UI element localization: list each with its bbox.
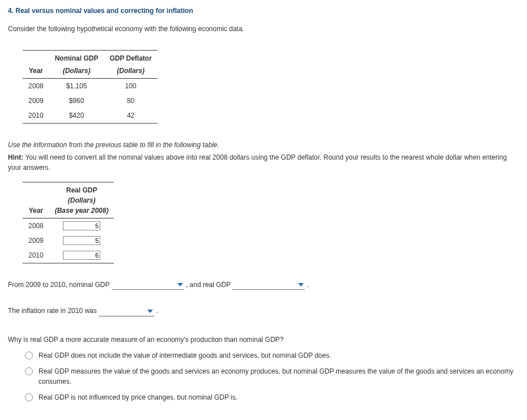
radio-label: Real GDP measures the value of the goods…: [39, 366, 519, 387]
real-gdp-input-2008[interactable]: [63, 221, 100, 230]
radio-option-3[interactable]: Real GDP is not influenced by price chan…: [25, 392, 519, 402]
radio-group: Real GDP does not include the value of i…: [25, 350, 519, 402]
text: The inflation rate in 2010 was: [8, 307, 99, 315]
radio-icon: [25, 393, 33, 401]
cell-year: 2010: [23, 248, 49, 263]
cell-nominal: $1,105: [49, 79, 104, 94]
radio-icon: [25, 352, 33, 359]
radio-icon: [25, 367, 33, 375]
page-title: 4. Real versus nominal values and correc…: [8, 6, 519, 16]
cell-year: 2008: [23, 218, 49, 234]
col-deflator-sub: (Dollars): [104, 63, 157, 79]
real-gdp-input-2010[interactable]: [63, 251, 100, 260]
cell-year: 2009: [23, 93, 49, 108]
cell-deflator: 80: [104, 93, 157, 108]
real-gdp-input-2009[interactable]: [63, 236, 100, 245]
chevron-down-icon: [177, 282, 183, 288]
dropdown-real-gdp[interactable]: [232, 280, 305, 290]
chevron-down-icon: [147, 308, 153, 314]
svg-marker-1: [298, 283, 304, 286]
table-row: 2009 $960 80: [23, 93, 158, 108]
real-gdp-table: Year Real GDP (Dollars) (Base year 2008)…: [23, 182, 114, 264]
cell-nominal: $960: [49, 93, 104, 108]
col-real-top: Real GDP: [49, 182, 114, 195]
cell-deflator: 42: [104, 108, 157, 123]
hint-body: You will need to convert all the nominal…: [8, 153, 507, 172]
intro-text: Consider the following hypothetical econ…: [8, 24, 519, 34]
radio-option-2[interactable]: Real GDP measures the value of the goods…: [25, 366, 519, 387]
sentence-nominal-real: From 2009 to 2010, nominal GDP , and rea…: [8, 280, 519, 290]
text: From 2009 to 2010, nominal GDP: [8, 281, 112, 289]
col-real-sub: (Dollars): [49, 195, 114, 205]
chevron-down-icon: [298, 282, 304, 288]
table-row: 2008 $1,105 100: [23, 79, 158, 94]
cell-year: 2010: [23, 108, 49, 123]
dropdown-nominal-gdp[interactable]: [112, 280, 184, 290]
cell-deflator: 100: [104, 79, 157, 94]
hint-label: Hint:: [8, 153, 23, 161]
svg-marker-2: [147, 310, 153, 313]
question-text: Why is real GDP a more accurate measure …: [8, 335, 519, 345]
dropdown-inflation-rate[interactable]: [99, 307, 154, 316]
instruction-line: Use the information from the previous ta…: [8, 140, 519, 150]
text: .: [307, 281, 309, 289]
sentence-inflation: The inflation rate in 2010 was .: [8, 306, 519, 316]
svg-marker-0: [177, 283, 183, 286]
radio-option-1[interactable]: Real GDP does not include the value of i…: [25, 350, 519, 361]
cell-year: 2008: [23, 79, 49, 94]
economic-data-table: Year Nominal GDP GDP Deflator (Dollars) …: [23, 50, 158, 124]
text: .: [156, 307, 158, 315]
radio-label: Real GDP is not influenced by price chan…: [39, 392, 519, 402]
table-row: 2010 $420 42: [23, 108, 158, 123]
col-deflator-top: GDP Deflator: [104, 50, 157, 63]
radio-label: Real GDP does not include the value of i…: [39, 350, 519, 361]
col-year: Year: [23, 182, 49, 218]
col-nominal-sub: (Dollars): [49, 63, 104, 79]
text: , and real GDP: [186, 281, 233, 289]
cell-nominal: $420: [49, 108, 104, 123]
hint-text: Hint: You will need to convert all the n…: [8, 152, 519, 173]
col-year: Year: [23, 50, 49, 79]
table-row: 2009: [23, 233, 114, 248]
col-nominal-top: Nominal GDP: [49, 50, 104, 63]
cell-year: 2009: [23, 233, 49, 248]
table-row: 2010: [23, 248, 114, 263]
col-real-base: (Base year 2008): [49, 205, 114, 218]
table-row: 2008: [23, 218, 114, 234]
